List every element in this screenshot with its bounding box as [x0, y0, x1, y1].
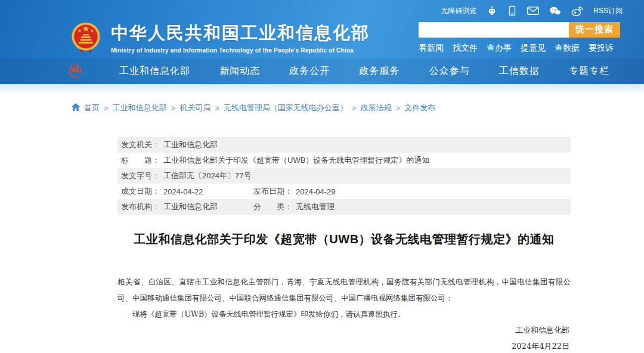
meta-value: 工业和信息化部关于印发《超宽带（UWB）设备无线电管理暂行规定》的通知	[163, 155, 429, 166]
assistant-robot-icon[interactable]	[487, 5, 497, 16]
meta-label: 发布机构：	[121, 202, 160, 212]
breadcrumb-separator: >	[215, 104, 219, 113]
nav-bar: 工业和信息化部 新闻动态 政务公开 政务服务 公众参与 工信数据 专题专栏	[0, 58, 644, 84]
breadcrumb-radio-bureau[interactable]: 无线电管理局（国家无线电办公室）	[224, 103, 348, 113]
weibo-icon[interactable]	[571, 6, 583, 16]
masthead: 无障碍浏览 RSS订阅	[0, 0, 644, 84]
signature-date: 2024年4月22日	[117, 338, 569, 353]
nav-item-participation[interactable]: 公众参与	[429, 65, 470, 78]
nav-item-gov-services[interactable]: 政务服务	[359, 65, 400, 78]
meta-row-issuing-org: 发文机关： 工业和信息化部	[117, 137, 571, 153]
meta-value: 工信部无〔2024年〕77号	[163, 171, 251, 181]
nav-item-miit[interactable]: 工业和信息化部	[119, 65, 190, 78]
meta-value: 2024-04-29	[296, 187, 336, 196]
document-body: 相关省、自治区、直辖市工业和信息化主管部门，青海、宁夏无线电管理机构，国务院有关…	[117, 274, 571, 322]
meta-value: 工业和信息化部	[163, 140, 218, 150]
signature-org: 工业和信息化部	[117, 322, 569, 338]
mail-icon[interactable]	[527, 6, 539, 16]
meta-label: 标 题：	[121, 155, 160, 166]
signature-block: 工业和信息化部 2024年4月22日	[117, 322, 571, 353]
quick-link-services[interactable]: 查办事	[487, 43, 512, 54]
breadcrumb-departments[interactable]: 机关司局	[179, 103, 210, 113]
meta-label: 发文机关：	[121, 140, 160, 150]
nav-items: 工业和信息化部 新闻动态 政务公开 政务服务 公众参与 工信数据 专题专栏	[119, 65, 609, 78]
quick-links: 看新闻 找文件 查办事 提意见 查数据 要投诉	[419, 43, 620, 54]
miit-e-logo-icon[interactable]	[67, 63, 85, 80]
document-paragraph: 相关省、自治区、直辖市工业和信息化主管部门，青海、宁夏无线电管理机构，国务院有关…	[117, 274, 571, 306]
breadcrumb-separator: >	[395, 104, 400, 113]
meta-row-org-category: 发布机构： 工业和信息化部 分 类： 无线电管理	[117, 199, 571, 215]
meta-label: 成文日期：	[121, 186, 160, 197]
search-button[interactable]: 统一搜索	[569, 22, 620, 38]
quick-link-news[interactable]: 看新闻	[419, 43, 444, 54]
topbar: 无障碍浏览 RSS订阅	[0, 0, 644, 17]
breadcrumb-separator: >	[104, 104, 109, 113]
meta-label: 分 类：	[253, 202, 292, 212]
meta-value: 2024-04-22	[163, 187, 203, 196]
breadcrumb-policies[interactable]: 政策法规	[360, 103, 391, 113]
meta-row-title: 标 题： 工业和信息化部关于印发《超宽带（UWB）设备无线电管理暂行规定》的通知	[117, 153, 571, 168]
nav-item-news[interactable]: 新闻动态	[219, 65, 260, 78]
meta-row-dates: 成文日期： 2024-04-22 发布日期： 2024-04-29	[117, 184, 571, 199]
home-icon	[72, 103, 80, 113]
header-band: 中华人民共和国工业和信息化部 Ministry of Industry and …	[0, 17, 644, 58]
document-paragraph: 现将《超宽带（UWB）设备无线电管理暂行规定》印发给你们，请认真遵照执行。	[117, 306, 571, 322]
wechat-icon[interactable]	[549, 6, 561, 16]
header-fade	[0, 84, 644, 95]
nav-item-data[interactable]: 工信数据	[499, 65, 540, 78]
rss-link[interactable]: RSS订阅	[593, 6, 623, 16]
quick-link-feedback[interactable]: 提意见	[521, 43, 546, 54]
meta-label: 发文字号：	[121, 171, 160, 181]
search-area: 统一搜索 看新闻 找文件 查办事 提意见 查数据 要投诉	[419, 22, 620, 54]
quick-link-complaint[interactable]: 要投诉	[589, 43, 614, 54]
breadcrumb-separator: >	[352, 104, 357, 113]
mobile-icon[interactable]	[507, 5, 517, 16]
meta-value: 工业和信息化部	[163, 202, 218, 212]
quick-link-data[interactable]: 查数据	[555, 43, 580, 54]
breadcrumb-document-release[interactable]: 文件发布	[404, 103, 435, 113]
meta-label: 发布日期：	[253, 186, 292, 197]
document-title: 工业和信息化部关于印发《超宽带（UWB）设备无线电管理暂行规定》的通知	[117, 231, 571, 247]
content: 首页 > 工业和信息化部 > 机关司局 > 无线电管理局（国家无线电办公室） >…	[0, 84, 644, 353]
page: 无障碍浏览 RSS订阅	[0, 0, 644, 353]
site-title: 中华人民共和国工业和信息化部	[111, 21, 370, 45]
breadcrumb-home[interactable]: 首页	[84, 103, 100, 113]
document-meta-table: 发文机关： 工业和信息化部 标 题： 工业和信息化部关于印发《超宽带（UWB）设…	[117, 137, 571, 215]
site-titles: 中华人民共和国工业和信息化部 Ministry of Industry and …	[111, 21, 370, 54]
document-area: 发文机关： 工业和信息化部 标 题： 工业和信息化部关于印发《超宽带（UWB）设…	[117, 137, 571, 353]
national-emblem-icon	[69, 21, 103, 54]
search-input[interactable]	[419, 22, 569, 38]
breadcrumb-separator: >	[171, 104, 176, 113]
meta-row-doc-number: 发文字号： 工信部无〔2024年〕77号	[117, 168, 571, 184]
nav-item-gov-disclosure[interactable]: 政务公开	[289, 65, 330, 78]
meta-value: 无线电管理	[296, 202, 335, 212]
accessibility-link[interactable]: 无障碍浏览	[441, 6, 476, 16]
quick-link-files[interactable]: 找文件	[453, 43, 478, 54]
site-subtitle: Ministry of Industry and Information Tec…	[111, 47, 370, 54]
breadcrumb: 首页 > 工业和信息化部 > 机关司局 > 无线电管理局（国家无线电办公室） >…	[72, 103, 644, 113]
breadcrumb-miit[interactable]: 工业和信息化部	[113, 103, 167, 113]
nav-item-topics[interactable]: 专题专栏	[569, 65, 609, 78]
